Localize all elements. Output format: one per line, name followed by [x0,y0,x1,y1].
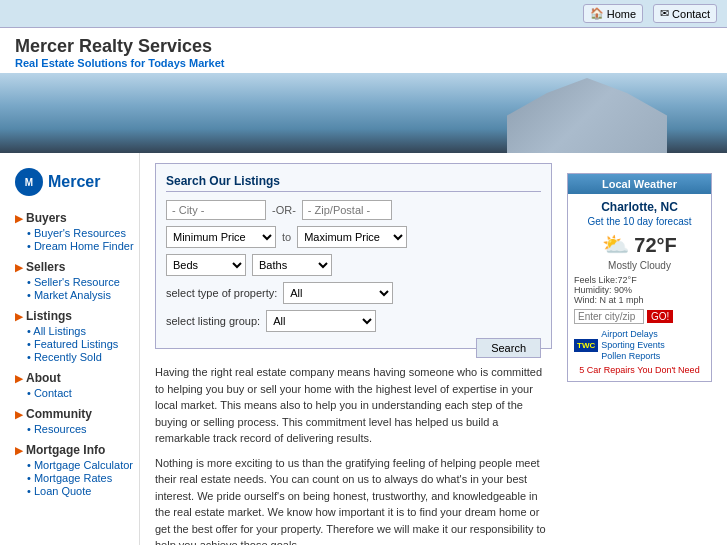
nav-resources[interactable]: Resources [15,423,134,435]
search-row-beds-baths: Beds Baths [166,254,541,276]
search-row-location: -OR- [166,200,541,220]
to-text: to [282,231,291,243]
content-with-weather: Search Our Listings -OR- Minimum Price t… [155,163,712,545]
min-price-select[interactable]: Minimum Price [166,226,276,248]
nav-about-title[interactable]: ▶ About [15,371,134,385]
nav-contact[interactable]: Contact [15,387,134,399]
weather-temp: 72°F [634,234,676,257]
main-layout: M Mercer ▶ Buyers Buyer's Resources Drea… [0,153,727,545]
nav-community-title[interactable]: ▶ Community [15,407,134,421]
body-paragraph-1: Having the right real estate company mea… [155,364,552,447]
nav-arrow-about: ▶ [15,373,23,384]
search-button[interactable]: Search [476,338,541,358]
weather-header: Local Weather [568,174,711,194]
content-area: Search Our Listings -OR- Minimum Price t… [140,153,727,545]
property-type-label: select type of property: [166,287,277,299]
nav-arrow-sellers: ▶ [15,262,23,273]
weather-go-button[interactable]: GO! [647,310,673,323]
max-price-select[interactable]: Maximum Price [297,226,407,248]
mercer-logo-icon: M [15,168,43,196]
search-row-listing-group: select listing group: All [166,310,541,332]
nav-buyers-title[interactable]: ▶ Buyers [15,211,134,225]
nav-dream-home[interactable]: Dream Home Finder [15,240,134,252]
nav-arrow-buyers: ▶ [15,213,23,224]
nav-section-community: ▶ Community Resources [15,407,134,435]
nav-buyers-resources[interactable]: Buyer's Resources [15,227,134,239]
city-input[interactable] [166,200,266,220]
search-box: Search Our Listings -OR- Minimum Price t… [155,163,552,349]
nav-section-listings: ▶ Listings All Listings Featured Listing… [15,309,134,363]
search-and-text: Search Our Listings -OR- Minimum Price t… [155,163,552,545]
nav-sellers-title[interactable]: ▶ Sellers [15,260,134,274]
nav-mortgage-calculator[interactable]: Mortgage Calculator [15,459,134,471]
site-title-bar: Mercer Realty Services Real Estate Solut… [0,28,727,73]
contact-label: Contact [672,8,710,20]
weather-icon-temp: ⛅ 72°F [574,232,705,258]
weather-car-tip[interactable]: 5 Car Repairs You Don't Need [574,365,705,375]
feels-like: Feels Like:72°F [574,275,705,285]
weather-zip-row: GO! [574,309,705,324]
or-text: -OR- [272,204,296,216]
weather-body: Charlotte, NC Get the 10 day forecast ⛅ … [568,194,711,381]
sidebar: M Mercer ▶ Buyers Buyer's Resources Drea… [0,153,140,545]
weather-description: Mostly Cloudy [574,260,705,271]
airport-delays-link[interactable]: Airport Delays [601,329,665,339]
site-subtitle: Real Estate Solutions for Todays Market [15,57,712,69]
nav-arrow-community: ▶ [15,409,23,420]
nav-arrow-mortgage: ▶ [15,445,23,456]
nav-section-sellers: ▶ Sellers Seller's Resource Market Analy… [15,260,134,301]
wind: Wind: N at 1 mph [574,295,705,305]
zip-input[interactable] [302,200,392,220]
weather-details: Feels Like:72°F Humidity: 90% Wind: N at… [574,275,705,305]
nav-mortgage-rates[interactable]: Mortgage Rates [15,472,134,484]
weather-widget: Local Weather Charlotte, NC Get the 10 d… [567,173,712,382]
house-silhouette [487,78,687,153]
mercer-logo-text: Mercer [48,173,100,191]
contact-icon: ✉ [660,7,669,20]
nav-mortgage-title[interactable]: ▶ Mortgage Info [15,443,134,457]
humidity: Humidity: 90% [574,285,705,295]
main-text: Having the right real estate company mea… [155,364,552,545]
home-label: Home [607,8,636,20]
nav-market-analysis[interactable]: Market Analysis [15,289,134,301]
nav-featured-listings[interactable]: Featured Listings [15,338,134,350]
nav-section-mortgage: ▶ Mortgage Info Mortgage Calculator Mort… [15,443,134,497]
weather-city: Charlotte, NC [574,200,705,214]
site-title: Mercer Realty Services [15,36,712,57]
sporting-events-link[interactable]: Sporting Events [601,340,665,350]
pollen-reports-link[interactable]: Pollen Reports [601,351,665,361]
property-type-select[interactable]: All [283,282,393,304]
nav-recently-sold[interactable]: Recently Sold [15,351,134,363]
mercer-logo: M Mercer [15,168,134,196]
search-row-property-type: select type of property: All [166,282,541,304]
listing-group-label: select listing group: [166,315,260,327]
top-bar: 🏠 Home ✉ Contact [0,0,727,28]
home-button[interactable]: 🏠 Home [583,4,643,23]
search-box-title: Search Our Listings [166,174,541,192]
search-row-price: Minimum Price to Maximum Price [166,226,541,248]
beds-select[interactable]: Beds [166,254,246,276]
baths-select[interactable]: Baths [252,254,332,276]
nav-section-about: ▶ About Contact [15,371,134,399]
contact-button[interactable]: ✉ Contact [653,4,717,23]
weather-links: Airport Delays Sporting Events Pollen Re… [601,329,665,362]
weather-channel-logo: TWC [574,339,598,352]
hero-banner [0,73,727,153]
body-paragraph-2: Nothing is more exciting to us than the … [155,455,552,546]
weather-forecast-link[interactable]: Get the 10 day forecast [574,216,705,227]
nav-arrow-listings: ▶ [15,311,23,322]
nav-all-listings[interactable]: All Listings [15,325,134,337]
nav-listings-title[interactable]: ▶ Listings [15,309,134,323]
home-icon: 🏠 [590,7,604,20]
nav-loan-quote[interactable]: Loan Quote [15,485,134,497]
nav-section-buyers: ▶ Buyers Buyer's Resources Dream Home Fi… [15,211,134,252]
weather-zip-input[interactable] [574,309,644,324]
listing-group-select[interactable]: All [266,310,376,332]
weather-cloud-icon: ⛅ [602,232,629,258]
nav-sellers-resource[interactable]: Seller's Resource [15,276,134,288]
